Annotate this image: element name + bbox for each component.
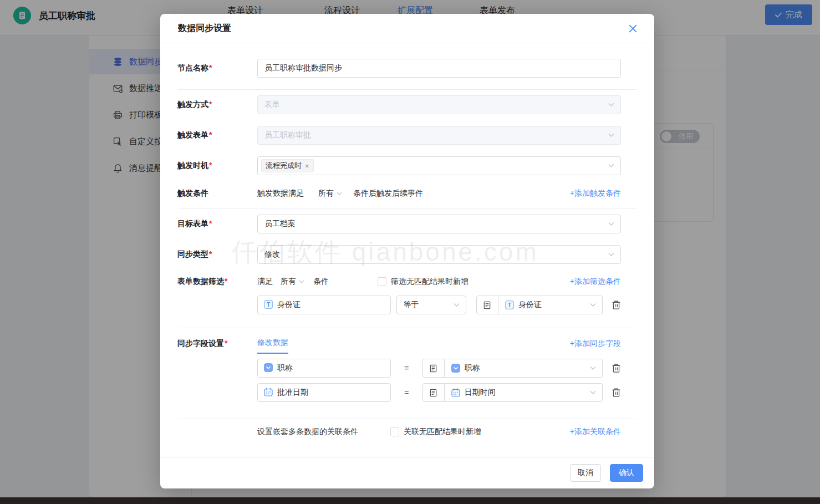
timing-tag: 流程完成时 × — [261, 159, 314, 172]
add-relation-condition-link[interactable]: +添加关联条件 — [570, 427, 621, 437]
section-divider — [178, 208, 636, 208]
filter-operator-select[interactable]: 等于 — [396, 296, 466, 314]
sync-type-select[interactable]: 修改 — [257, 245, 621, 264]
trigger-mode-select[interactable]: 表单 — [257, 95, 621, 114]
nested-relation-text: 设置嵌套多条数据的关联条件 — [257, 427, 358, 437]
screen: 员工职称审批 表单设计 流程设计 扩展配置 表单发布 完成 数据同步 数据推送 — [0, 0, 820, 504]
modal-footer: 取消 确认 — [160, 457, 654, 488]
cancel-button[interactable]: 取消 — [570, 464, 601, 482]
field-label-sync-fields: 同步字段设置* — [177, 338, 257, 349]
filter-suffix: 条件 — [313, 277, 329, 287]
chevron-down-icon — [337, 192, 342, 195]
text-field-icon: T — [505, 301, 514, 309]
field-label-trigger-mode: 触发方式* — [177, 100, 257, 110]
target-form-select[interactable]: 员工档案 — [257, 215, 621, 233]
form-source-icon[interactable] — [476, 296, 498, 314]
chevron-down-icon — [608, 253, 614, 257]
modal-body: 节点名称* 触发方式* 表单 触发表单* 员工职称审 — [160, 43, 654, 457]
filter-scope-select[interactable]: 所有 — [281, 277, 304, 287]
taskbar-edge — [0, 497, 820, 504]
sync-field-box[interactable]: 职称 — [257, 359, 391, 378]
trigger-timing-select[interactable]: 流程完成时 × — [257, 156, 621, 175]
chevron-down-icon — [608, 103, 614, 107]
sync-value-select[interactable]: 日期时间 — [445, 383, 603, 402]
data-sync-settings-modal: 数据同步设置 节点名称* 触发方式* 表单 — [160, 14, 654, 488]
tab-modify-data[interactable]: 修改数据 — [257, 338, 288, 354]
relation-checkbox-label: 关联无匹配结果时新增 — [404, 427, 481, 437]
field-label-target-form: 目标表单* — [177, 219, 257, 229]
condition-prefix: 触发数据满足 — [257, 189, 304, 198]
date-field-icon — [264, 388, 273, 398]
field-label-trigger-timing: 触发时机* — [177, 161, 257, 171]
chevron-down-icon — [608, 222, 614, 226]
field-label-data-filter: 表单数据筛选* — [177, 277, 257, 287]
equals-sign: = — [391, 364, 422, 373]
add-filter-condition-link[interactable]: +添加筛选条件 — [570, 277, 621, 287]
equals-sign: = — [391, 388, 422, 397]
condition-scope-select[interactable]: 所有 — [318, 189, 342, 198]
trigger-form-select[interactable]: 员工职称审批 — [257, 126, 621, 145]
svg-text:T: T — [267, 301, 270, 307]
chevron-down-icon — [454, 303, 460, 307]
condition-suffix: 条件后触发后续事件 — [353, 189, 423, 198]
tag-remove-icon[interactable]: × — [305, 162, 309, 170]
filter-value-select[interactable]: T 身份证 — [498, 296, 603, 314]
filter-checkbox-label: 筛选无匹配结果时新增 — [391, 277, 468, 287]
select-field-icon — [451, 364, 460, 373]
chevron-down-icon — [590, 366, 596, 370]
chevron-down-icon — [608, 164, 614, 168]
add-trigger-condition-link[interactable]: +添加触发条件 — [570, 189, 621, 198]
field-label-sync-type: 同步类型* — [177, 250, 257, 259]
field-label-node-name: 节点名称* — [177, 63, 257, 73]
delete-icon[interactable] — [612, 388, 621, 398]
modal-title: 数据同步设置 — [178, 23, 231, 34]
add-sync-field-link[interactable]: +添加同步字段 — [570, 338, 621, 349]
chevron-down-icon — [590, 303, 596, 307]
delete-icon[interactable] — [612, 363, 621, 373]
section-divider — [178, 328, 636, 328]
form-source-icon[interactable] — [422, 383, 445, 402]
section-divider — [178, 419, 636, 419]
sync-field-box[interactable]: 批准日期 — [257, 383, 391, 402]
field-label-trigger-condition: 触发条件 — [177, 189, 257, 198]
field-label-trigger-form: 触发表单* — [177, 130, 257, 140]
close-icon[interactable] — [628, 24, 638, 33]
date-field-icon — [451, 388, 460, 397]
form-source-icon[interactable] — [422, 359, 445, 378]
filter-new-on-no-match-checkbox[interactable] — [378, 277, 386, 286]
delete-icon[interactable] — [612, 300, 621, 310]
node-name-input[interactable] — [257, 59, 621, 78]
sync-value-select[interactable]: 职称 — [445, 359, 603, 378]
chevron-down-icon — [608, 134, 614, 138]
filter-field-box[interactable]: T 身份证 — [257, 296, 391, 314]
relation-new-on-no-match-checkbox[interactable] — [390, 427, 399, 436]
svg-text:T: T — [508, 302, 511, 308]
section-divider — [178, 89, 636, 90]
chevron-down-icon — [299, 280, 304, 283]
filter-prefix: 满足 — [257, 277, 273, 287]
select-field-icon — [264, 363, 273, 374]
text-field-icon: T — [264, 300, 273, 310]
confirm-button[interactable]: 确认 — [610, 464, 643, 482]
chevron-down-icon — [590, 391, 596, 395]
